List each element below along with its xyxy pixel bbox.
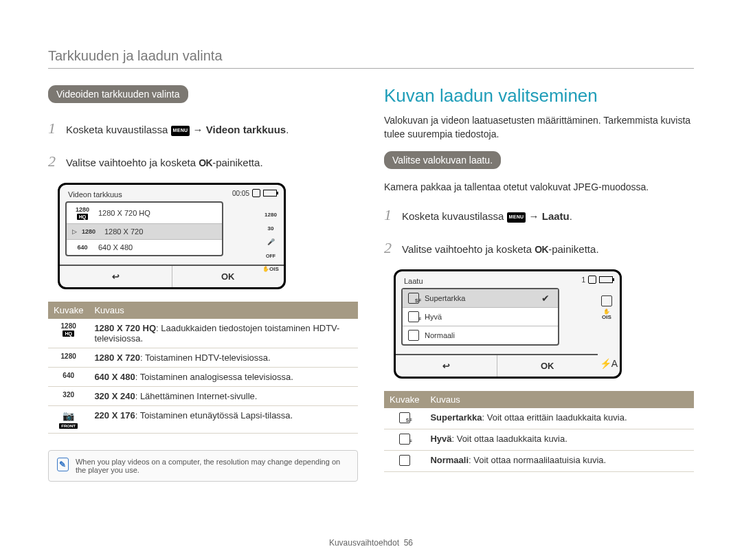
step-2-text: Valitse vaihtoehto ja kosketa OK-painike…	[66, 155, 263, 171]
quality-icon: F	[408, 311, 419, 322]
lcd-video-resolution: Videon tarkkuus 00:05 1280HQ 1280 X 720 …	[58, 183, 286, 289]
option-label: 1280 X 720 HQ	[98, 209, 150, 217]
status-ois-icon: ✋OIS	[600, 310, 613, 320]
flash-auto-icon: ⚡A	[598, 350, 620, 377]
lcd-quality: Laatu 1 SF Supertarkka ✔ F Hyvä	[394, 269, 622, 379]
page-title: Tarkkuuden ja laadun valinta	[48, 48, 694, 64]
lcd-option[interactable]: 1280HQ 1280 X 720 HQ	[67, 203, 222, 224]
table-header-desc: Kuvaus	[425, 391, 694, 408]
status-quality-icon	[600, 296, 613, 306]
status-resolution-icon: 1280	[265, 210, 277, 219]
video-resolution-table: Kuvake Kuvaus 1280HQ 1280 X 720 HQ: Laad…	[48, 302, 358, 434]
lcd-count: 1	[581, 276, 585, 284]
check-icon: ✔	[541, 293, 550, 304]
right-column: Kuvan laadun valitseminen Valokuvan ja v…	[384, 85, 694, 482]
step-1-text: Kosketa kuvaustilassa MENU → Laatu.	[402, 208, 572, 224]
lcd-ok-button[interactable]: OK	[497, 355, 598, 377]
battery-icon	[599, 276, 613, 283]
info-icon: ✎	[57, 458, 69, 471]
step-1-text: Kosketa kuvaustilassa MENU → Videon tark…	[66, 122, 289, 137]
status-ois-icon: ✋OIS	[265, 265, 277, 274]
menu-icon: MENU	[507, 212, 526, 223]
option-badge: 640	[72, 244, 93, 251]
table-row: 320 320 X 240: Lähettäminen Internet-siv…	[48, 387, 358, 406]
left-column: Videoiden tarkkuuden valinta 1 Kosketa k…	[48, 85, 358, 482]
step-number: 2	[384, 236, 396, 260]
step-number: 1	[48, 117, 60, 140]
section-pill-photo-quality: Valitse valokuvan laatu.	[384, 151, 501, 169]
lcd-time: 00:05	[232, 190, 249, 197]
table-row: 📷FRONT 220 X 176: Toistaminen etunäytöss…	[48, 406, 358, 434]
status-mic-icon: 🎤	[265, 237, 277, 247]
lcd-back-button[interactable]: ↩	[396, 355, 497, 377]
ok-icon: OK	[199, 157, 212, 168]
note-text: When you play videos on a computer, the …	[76, 458, 349, 474]
lcd-option-list: SF Supertarkka ✔ F Hyvä Normaali	[401, 288, 559, 346]
table-row: SF Supertarkka: Voit ottaa erittäin laad…	[384, 408, 694, 429]
intro-text: Valokuvan ja videon laatuasetusten määri…	[384, 113, 694, 142]
memory-card-icon	[588, 276, 596, 284]
table-header-icon: Kuvake	[48, 302, 89, 319]
lcd-option-selected[interactable]: SF Supertarkka ✔	[403, 289, 558, 308]
step-number: 1	[384, 203, 396, 227]
option-label: 640 X 480	[98, 243, 133, 251]
option-badge: 1280	[78, 228, 99, 235]
table-row: 1280HQ 1280 X 720 HQ: Laadukkaiden tiedo…	[48, 319, 358, 348]
lcd-option[interactable]: 640 640 X 480	[67, 240, 222, 255]
option-label: Normaali	[425, 331, 455, 339]
status-off-icon: OFF	[265, 251, 277, 260]
section-title: Kuvan laadun valitseminen	[384, 85, 694, 107]
battery-icon	[263, 190, 277, 197]
quality-icon: F	[399, 434, 410, 445]
quality-icon: SF	[408, 293, 419, 304]
table-header-desc: Kuvaus	[89, 302, 358, 319]
lcd-status-strip: ✋OIS	[600, 296, 613, 320]
lcd-option-list: 1280HQ 1280 X 720 HQ ▷ 1280 1280 X 720 6…	[65, 201, 223, 256]
lcd-back-button[interactable]: ↩	[60, 266, 172, 287]
table-row: 640 640 X 480: Toistaminen analogisessa …	[48, 368, 358, 387]
option-badge: 1280HQ	[72, 206, 93, 220]
lcd-option[interactable]: F Hyvä	[403, 308, 558, 326]
selected-marker-icon: ▷	[72, 228, 77, 235]
status-fps-icon: 30	[265, 223, 277, 233]
intro-text-2: Kamera pakkaa ja tallentaa otetut valoku…	[384, 180, 694, 194]
quality-icon	[399, 455, 410, 466]
quality-icon	[408, 330, 419, 341]
quality-table: Kuvake Kuvaus SF Supertarkka: Voit ottaa…	[384, 391, 694, 472]
table-row: 1280 1280 X 720: Toistaminen HDTV-televi…	[48, 348, 358, 368]
ok-icon: OK	[535, 244, 548, 255]
option-label: Hyvä	[425, 313, 442, 321]
step-number: 2	[48, 150, 60, 173]
table-header-icon: Kuvake	[384, 391, 425, 408]
section-pill-video-resolution: Videoiden tarkkuuden valinta	[48, 85, 188, 103]
table-row: Normaali: Voit ottaa normaalilaatuisia k…	[384, 451, 694, 472]
lcd-option-selected[interactable]: ▷ 1280 1280 X 720	[67, 224, 222, 240]
page-footer: Kuvausvaihtoehdot 56	[0, 538, 742, 548]
menu-icon: MENU	[171, 126, 190, 136]
memory-card-icon	[252, 189, 260, 197]
step-2-text: Valitse vaihtoehto ja kosketa OK-painike…	[402, 241, 599, 258]
lcd-status-strip: 1280 30 🎤 OFF ✋OIS	[265, 210, 277, 274]
table-row: F Hyvä: Voit ottaa laadukkaita kuvia.	[384, 429, 694, 451]
quality-icon: SF	[399, 412, 410, 423]
divider	[48, 68, 694, 69]
option-label: 1280 X 720	[104, 227, 143, 236]
info-note: ✎ When you play videos on a computer, th…	[48, 450, 358, 482]
option-label: Supertarkka	[425, 294, 465, 302]
lcd-option[interactable]: Normaali	[403, 326, 558, 344]
